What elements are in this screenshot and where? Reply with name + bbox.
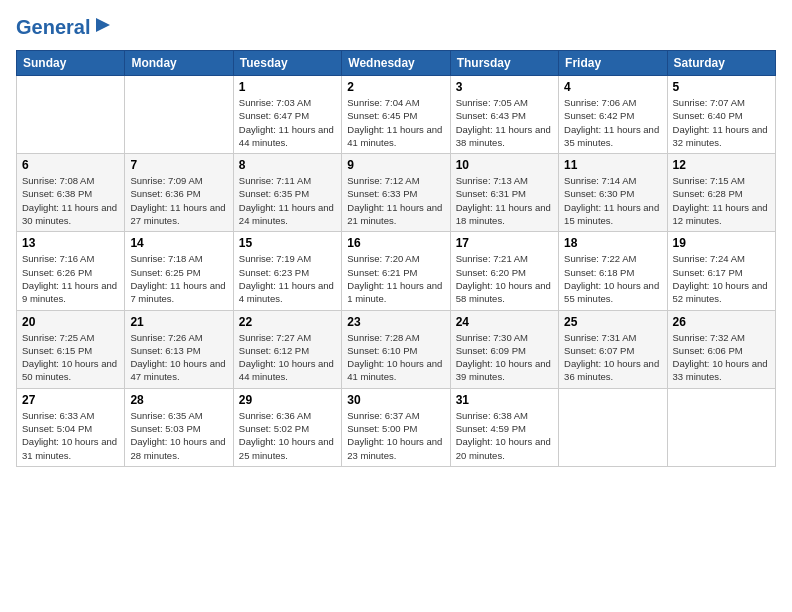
day-number: 16	[347, 236, 444, 250]
calendar-cell: 20Sunrise: 7:25 AM Sunset: 6:15 PM Dayli…	[17, 310, 125, 388]
calendar-cell: 1Sunrise: 7:03 AM Sunset: 6:47 PM Daylig…	[233, 76, 341, 154]
calendar-cell: 12Sunrise: 7:15 AM Sunset: 6:28 PM Dayli…	[667, 154, 775, 232]
day-header-wednesday: Wednesday	[342, 51, 450, 76]
day-info: Sunrise: 7:16 AM Sunset: 6:26 PM Dayligh…	[22, 252, 119, 305]
day-number: 23	[347, 315, 444, 329]
day-number: 10	[456, 158, 553, 172]
calendar-week-2: 6Sunrise: 7:08 AM Sunset: 6:38 PM Daylig…	[17, 154, 776, 232]
calendar-cell: 22Sunrise: 7:27 AM Sunset: 6:12 PM Dayli…	[233, 310, 341, 388]
day-info: Sunrise: 7:09 AM Sunset: 6:36 PM Dayligh…	[130, 174, 227, 227]
calendar-cell: 24Sunrise: 7:30 AM Sunset: 6:09 PM Dayli…	[450, 310, 558, 388]
day-number: 19	[673, 236, 770, 250]
day-number: 13	[22, 236, 119, 250]
day-info: Sunrise: 6:36 AM Sunset: 5:02 PM Dayligh…	[239, 409, 336, 462]
calendar-cell: 28Sunrise: 6:35 AM Sunset: 5:03 PM Dayli…	[125, 388, 233, 466]
calendar-cell	[125, 76, 233, 154]
day-info: Sunrise: 7:22 AM Sunset: 6:18 PM Dayligh…	[564, 252, 661, 305]
calendar-cell: 30Sunrise: 6:37 AM Sunset: 5:00 PM Dayli…	[342, 388, 450, 466]
calendar-cell: 6Sunrise: 7:08 AM Sunset: 6:38 PM Daylig…	[17, 154, 125, 232]
day-header-tuesday: Tuesday	[233, 51, 341, 76]
day-info: Sunrise: 6:33 AM Sunset: 5:04 PM Dayligh…	[22, 409, 119, 462]
calendar-cell	[17, 76, 125, 154]
calendar-cell: 10Sunrise: 7:13 AM Sunset: 6:31 PM Dayli…	[450, 154, 558, 232]
day-number: 4	[564, 80, 661, 94]
day-number: 27	[22, 393, 119, 407]
calendar-header-row: SundayMondayTuesdayWednesdayThursdayFrid…	[17, 51, 776, 76]
day-info: Sunrise: 7:27 AM Sunset: 6:12 PM Dayligh…	[239, 331, 336, 384]
day-info: Sunrise: 7:14 AM Sunset: 6:30 PM Dayligh…	[564, 174, 661, 227]
logo-text: General	[16, 16, 90, 38]
calendar-cell: 25Sunrise: 7:31 AM Sunset: 6:07 PM Dayli…	[559, 310, 667, 388]
calendar-cell: 8Sunrise: 7:11 AM Sunset: 6:35 PM Daylig…	[233, 154, 341, 232]
day-number: 15	[239, 236, 336, 250]
day-number: 3	[456, 80, 553, 94]
day-info: Sunrise: 7:30 AM Sunset: 6:09 PM Dayligh…	[456, 331, 553, 384]
calendar-week-5: 27Sunrise: 6:33 AM Sunset: 5:04 PM Dayli…	[17, 388, 776, 466]
calendar-body: 1Sunrise: 7:03 AM Sunset: 6:47 PM Daylig…	[17, 76, 776, 467]
day-info: Sunrise: 7:19 AM Sunset: 6:23 PM Dayligh…	[239, 252, 336, 305]
day-info: Sunrise: 6:37 AM Sunset: 5:00 PM Dayligh…	[347, 409, 444, 462]
day-number: 2	[347, 80, 444, 94]
day-info: Sunrise: 7:03 AM Sunset: 6:47 PM Dayligh…	[239, 96, 336, 149]
calendar-cell	[667, 388, 775, 466]
day-info: Sunrise: 7:11 AM Sunset: 6:35 PM Dayligh…	[239, 174, 336, 227]
day-info: Sunrise: 7:08 AM Sunset: 6:38 PM Dayligh…	[22, 174, 119, 227]
day-number: 31	[456, 393, 553, 407]
day-info: Sunrise: 7:26 AM Sunset: 6:13 PM Dayligh…	[130, 331, 227, 384]
calendar-cell: 31Sunrise: 6:38 AM Sunset: 4:59 PM Dayli…	[450, 388, 558, 466]
calendar-cell: 23Sunrise: 7:28 AM Sunset: 6:10 PM Dayli…	[342, 310, 450, 388]
day-number: 8	[239, 158, 336, 172]
day-info: Sunrise: 7:24 AM Sunset: 6:17 PM Dayligh…	[673, 252, 770, 305]
calendar-table: SundayMondayTuesdayWednesdayThursdayFrid…	[16, 50, 776, 467]
calendar-cell: 9Sunrise: 7:12 AM Sunset: 6:33 PM Daylig…	[342, 154, 450, 232]
day-info: Sunrise: 7:21 AM Sunset: 6:20 PM Dayligh…	[456, 252, 553, 305]
day-number: 14	[130, 236, 227, 250]
day-info: Sunrise: 6:38 AM Sunset: 4:59 PM Dayligh…	[456, 409, 553, 462]
calendar-cell: 18Sunrise: 7:22 AM Sunset: 6:18 PM Dayli…	[559, 232, 667, 310]
day-number: 26	[673, 315, 770, 329]
day-header-sunday: Sunday	[17, 51, 125, 76]
logo-arrow-icon	[92, 14, 114, 36]
day-info: Sunrise: 7:28 AM Sunset: 6:10 PM Dayligh…	[347, 331, 444, 384]
calendar-cell: 19Sunrise: 7:24 AM Sunset: 6:17 PM Dayli…	[667, 232, 775, 310]
page-header: General	[16, 16, 776, 38]
day-number: 24	[456, 315, 553, 329]
day-number: 9	[347, 158, 444, 172]
day-number: 20	[22, 315, 119, 329]
day-header-thursday: Thursday	[450, 51, 558, 76]
svg-marker-0	[96, 18, 110, 32]
day-number: 18	[564, 236, 661, 250]
day-info: Sunrise: 7:18 AM Sunset: 6:25 PM Dayligh…	[130, 252, 227, 305]
day-info: Sunrise: 7:15 AM Sunset: 6:28 PM Dayligh…	[673, 174, 770, 227]
day-info: Sunrise: 7:32 AM Sunset: 6:06 PM Dayligh…	[673, 331, 770, 384]
day-header-monday: Monday	[125, 51, 233, 76]
day-info: Sunrise: 7:12 AM Sunset: 6:33 PM Dayligh…	[347, 174, 444, 227]
day-number: 21	[130, 315, 227, 329]
day-info: Sunrise: 7:13 AM Sunset: 6:31 PM Dayligh…	[456, 174, 553, 227]
calendar-cell: 7Sunrise: 7:09 AM Sunset: 6:36 PM Daylig…	[125, 154, 233, 232]
calendar-cell: 29Sunrise: 6:36 AM Sunset: 5:02 PM Dayli…	[233, 388, 341, 466]
day-info: Sunrise: 7:06 AM Sunset: 6:42 PM Dayligh…	[564, 96, 661, 149]
calendar-cell	[559, 388, 667, 466]
day-info: Sunrise: 7:31 AM Sunset: 6:07 PM Dayligh…	[564, 331, 661, 384]
logo: General	[16, 16, 114, 38]
day-header-saturday: Saturday	[667, 51, 775, 76]
day-number: 7	[130, 158, 227, 172]
calendar-cell: 21Sunrise: 7:26 AM Sunset: 6:13 PM Dayli…	[125, 310, 233, 388]
day-number: 30	[347, 393, 444, 407]
calendar-week-3: 13Sunrise: 7:16 AM Sunset: 6:26 PM Dayli…	[17, 232, 776, 310]
day-number: 25	[564, 315, 661, 329]
day-number: 17	[456, 236, 553, 250]
calendar-cell: 16Sunrise: 7:20 AM Sunset: 6:21 PM Dayli…	[342, 232, 450, 310]
day-number: 6	[22, 158, 119, 172]
calendar-cell: 3Sunrise: 7:05 AM Sunset: 6:43 PM Daylig…	[450, 76, 558, 154]
calendar-cell: 17Sunrise: 7:21 AM Sunset: 6:20 PM Dayli…	[450, 232, 558, 310]
day-number: 12	[673, 158, 770, 172]
calendar-cell: 5Sunrise: 7:07 AM Sunset: 6:40 PM Daylig…	[667, 76, 775, 154]
day-info: Sunrise: 7:20 AM Sunset: 6:21 PM Dayligh…	[347, 252, 444, 305]
day-info: Sunrise: 7:05 AM Sunset: 6:43 PM Dayligh…	[456, 96, 553, 149]
calendar-cell: 26Sunrise: 7:32 AM Sunset: 6:06 PM Dayli…	[667, 310, 775, 388]
day-number: 5	[673, 80, 770, 94]
day-header-friday: Friday	[559, 51, 667, 76]
day-number: 28	[130, 393, 227, 407]
